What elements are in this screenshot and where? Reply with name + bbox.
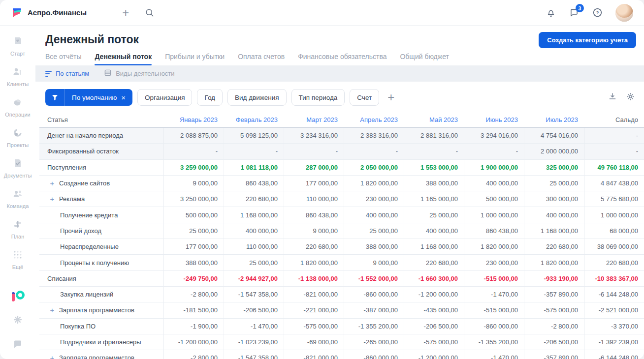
- saldo-value-cell: -: [584, 128, 644, 143]
- view-mode-Виды деятельности[interactable]: Виды деятельности: [104, 69, 174, 78]
- user-avatar[interactable]: [615, 4, 633, 22]
- create-category-button[interactable]: Создать категорию учета: [539, 32, 636, 48]
- sidebar-item-План[interactable]: План: [4, 218, 32, 239]
- column-header-month[interactable]: Апрель 2023: [344, 112, 404, 127]
- row-label: Подрядчики и фрилансеры: [60, 338, 141, 346]
- column-header-month[interactable]: Июль 2023: [524, 112, 584, 127]
- table-row: Подрядчики и фрилансеры-1 200 000,00-1 0…: [39, 334, 644, 350]
- month-value-cell: 9 000,00: [344, 255, 404, 270]
- month-value-cell: 1 000 000,00: [464, 207, 524, 222]
- month-value-cell: -575 000,00: [404, 334, 464, 350]
- month-value-cell: 177 000,00: [163, 239, 224, 254]
- month-value-cell: 25 000,00: [524, 176, 584, 191]
- column-header-article: Статья: [39, 112, 163, 127]
- messages-icon[interactable]: 3: [569, 7, 580, 18]
- operations-icon: [12, 96, 24, 110]
- clear-filter-icon[interactable]: ×: [121, 94, 126, 101]
- view-mode-По статьям[interactable]: По статьям: [45, 70, 89, 77]
- column-header-month[interactable]: Июнь 2023: [464, 112, 524, 127]
- month-value-cell: 177 000,00: [284, 176, 344, 191]
- row-label: Закупка лицензий: [60, 291, 113, 298]
- tab-Денежный поток[interactable]: Денежный поток: [95, 53, 152, 65]
- tab-Оплата счетов[interactable]: Оплата счетов: [238, 53, 285, 65]
- support-chat-icon[interactable]: [12, 339, 23, 351]
- row-label-cell: +Создание сайтов: [39, 176, 163, 191]
- month-value-cell: 25 000,00: [344, 223, 404, 239]
- row-label: Зарплата программистов: [59, 306, 134, 314]
- help-icon[interactable]: ?: [592, 7, 603, 18]
- report-tabs: Все отчётыДенежный потокПрибыли и убытки…: [35, 48, 644, 65]
- tab-Общий бюджет[interactable]: Общий бюджет: [400, 53, 449, 65]
- active-filter-default[interactable]: По умолчанию ×: [45, 89, 132, 106]
- quick-add-icon[interactable]: +: [122, 7, 129, 19]
- tab-Все отчёты[interactable]: Все отчёты: [45, 53, 81, 65]
- search-icon[interactable]: [145, 8, 154, 17]
- month-value-cell: -206 500,00: [404, 319, 464, 334]
- row-label: Создание сайтов: [59, 180, 110, 187]
- filter-chip-Организация[interactable]: Организация: [137, 89, 192, 106]
- filters-toolbar: По умолчанию × ОрганизацияГодВид движени…: [35, 82, 644, 112]
- column-header-saldo: Сальдо: [584, 112, 644, 127]
- row-label: Нераспределенные: [60, 243, 119, 250]
- month-value-cell: -821 000,00: [284, 350, 344, 359]
- column-header-month[interactable]: Май 2023: [404, 112, 464, 127]
- table-row: Проценты к получению388 000,0025 000,001…: [39, 255, 644, 270]
- messages-badge: 3: [576, 4, 584, 12]
- sidebar-item-Команда[interactable]: Команда: [4, 188, 32, 209]
- column-header-month[interactable]: Февраль 2023: [224, 112, 284, 127]
- sidebar-item-Документы[interactable]: Документы: [4, 157, 32, 179]
- month-value-cell: 300 000,00: [524, 191, 584, 207]
- clients-icon: [12, 66, 24, 80]
- month-value-cell: -575 000,00: [284, 319, 344, 334]
- row-label-cell: +Зарплата программистов: [39, 302, 163, 318]
- row-label-cell: Получение кредита: [39, 207, 163, 222]
- tab-Финансовые обязательства[interactable]: Финансовые обязательства: [298, 53, 386, 65]
- sidebar-item-label: Клиенты: [7, 81, 29, 87]
- brand[interactable]: Аспро.Финансы: [11, 7, 87, 19]
- month-value-cell: 1 820 000,00: [464, 239, 524, 254]
- filter-chip-Тип периода[interactable]: Тип периода: [291, 89, 345, 106]
- filter-chip-Счет[interactable]: Счет: [350, 89, 379, 106]
- tab-Прибыли и убытки[interactable]: Прибыли и убытки: [165, 53, 225, 65]
- month-value-cell: 1 168 000,00: [524, 223, 584, 239]
- sidebar-item-Проекты[interactable]: Проекты: [4, 127, 32, 148]
- month-value-cell: -1 023 239,00: [224, 334, 284, 350]
- sidebar-item-Старт[interactable]: Старт: [4, 35, 32, 57]
- month-value-cell: -860 000,00: [464, 319, 524, 334]
- month-value-cell: -860 000,00: [344, 287, 404, 302]
- month-value-cell: -515 000,00: [464, 271, 524, 286]
- filter-chip-Год[interactable]: Год: [197, 89, 223, 106]
- month-value-cell: 3 259 000,00: [163, 160, 224, 175]
- row-label: Получение кредита: [60, 211, 118, 219]
- month-value-cell: -: [284, 144, 344, 159]
- month-value-cell: 2 050 000,00: [344, 160, 404, 175]
- month-value-cell: -1 200 000,00: [163, 334, 224, 350]
- table-settings-gear-icon[interactable]: [626, 92, 635, 103]
- month-value-cell: -435 000,00: [404, 302, 464, 318]
- table-row: Получение кредита500 000,001 168 000,008…: [39, 207, 644, 223]
- table-row: Прочий доход25 000,00400 000,009 000,002…: [39, 223, 644, 239]
- filter-funnel-icon[interactable]: [45, 89, 65, 106]
- sidebar-item-Операции[interactable]: Операции: [4, 96, 32, 118]
- expand-row-icon[interactable]: +: [49, 354, 55, 359]
- view-mode-label: Виды деятельности: [116, 70, 174, 77]
- sidebar-item-Ещё[interactable]: Ещё: [4, 249, 32, 270]
- filter-chip-Вид движения[interactable]: Вид движения: [227, 89, 287, 106]
- column-header-month[interactable]: Январь 2023: [163, 112, 224, 127]
- expand-row-icon[interactable]: +: [49, 195, 55, 203]
- month-value-cell: -357 890,00: [524, 287, 584, 302]
- month-value-cell: -1 355 200,00: [464, 334, 524, 350]
- expand-row-icon[interactable]: +: [49, 306, 55, 314]
- month-value-cell: -: [224, 144, 284, 159]
- month-value-cell: 1 553 000,00: [404, 160, 464, 175]
- month-value-cell: 1 168 000,00: [404, 239, 464, 254]
- sidebar-item-Клиенты[interactable]: Клиенты: [4, 66, 32, 87]
- documents-icon: [12, 157, 24, 171]
- settings-gear-icon[interactable]: [12, 314, 23, 327]
- aspro-cloud-logo-icon[interactable]: [11, 290, 25, 302]
- expand-row-icon[interactable]: +: [49, 180, 55, 187]
- add-filter-icon[interactable]: +: [387, 91, 394, 103]
- export-download-icon[interactable]: [608, 92, 617, 103]
- column-header-month[interactable]: Март 2023: [284, 112, 344, 127]
- notifications-bell-icon[interactable]: [546, 7, 556, 18]
